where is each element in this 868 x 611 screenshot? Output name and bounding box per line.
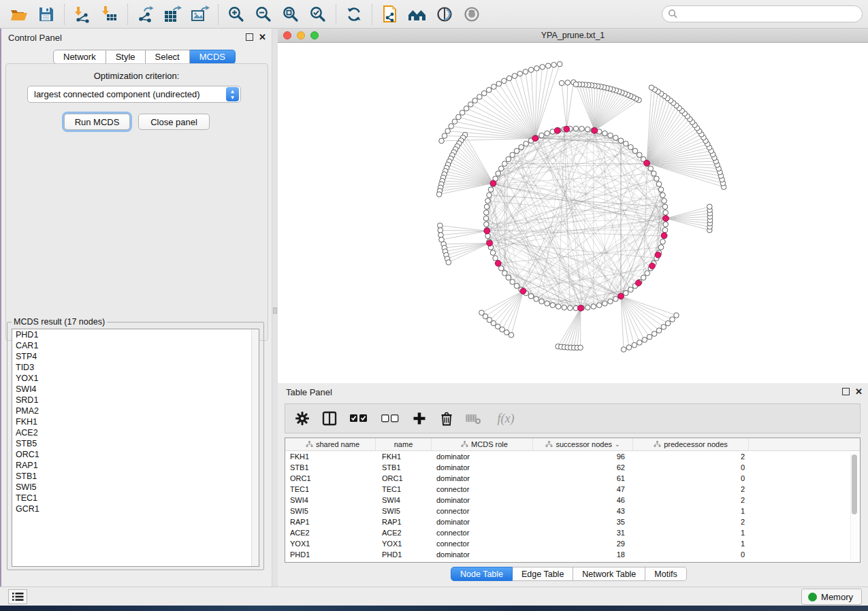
table-row[interactable]: FKH1FKH1dominator962	[285, 451, 860, 462]
mcds-result-item[interactable]: YOX1	[12, 373, 259, 384]
table-cell: dominator	[432, 516, 533, 527]
mcds-result-item[interactable]: SWI5	[12, 482, 259, 493]
zoom-selected-icon[interactable]	[304, 3, 332, 26]
add-column-icon[interactable]	[411, 408, 428, 429]
import-table-icon[interactable]	[96, 3, 123, 26]
function-builder-icon[interactable]: f(x)	[492, 408, 519, 429]
first-neighbors-icon[interactable]	[404, 3, 431, 26]
task-history-button[interactable]	[8, 589, 27, 604]
export-table-icon[interactable]	[159, 3, 187, 26]
attribute-icon	[306, 441, 313, 448]
table-scrollbar[interactable]	[850, 453, 858, 561]
table-row[interactable]: PHD1PHD1dominator180	[285, 549, 860, 560]
import-network-icon[interactable]	[69, 3, 96, 26]
tab-mcds[interactable]: MCDS	[190, 50, 236, 64]
vertical-splitter[interactable]	[272, 29, 278, 587]
column-header-mcds-role[interactable]: MCDS role	[432, 438, 533, 450]
toolbar-separator	[64, 4, 65, 24]
table-cell: 1	[633, 527, 749, 538]
splitter-grip[interactable]	[273, 308, 277, 314]
zoom-out-icon[interactable]	[250, 3, 277, 26]
search-box[interactable]	[662, 5, 863, 22]
network-from-file-icon[interactable]	[376, 3, 404, 26]
search-icon	[668, 9, 678, 19]
network-graph[interactable]	[278, 43, 868, 383]
column-header-name[interactable]: name	[376, 438, 432, 450]
open-file-icon[interactable]	[5, 3, 33, 26]
search-input[interactable]	[678, 7, 862, 21]
table-cell: 61	[533, 473, 633, 484]
table-row[interactable]: RAP1RAP1dominator352	[285, 516, 860, 527]
table-cell: 29	[533, 538, 633, 549]
table-row[interactable]: ACE2ACE2connector311	[285, 527, 860, 538]
table-row[interactable]: SWI5SWI5connector431	[285, 506, 860, 516]
table-cell: RAP1	[285, 516, 376, 527]
table-row[interactable]: TEC1TEC1connector472	[285, 484, 860, 495]
tab-node-table[interactable]: Node Table	[451, 567, 513, 581]
mcds-result-item[interactable]: ACE2	[12, 427, 259, 438]
mcds-result-item[interactable]: RAP1	[12, 460, 259, 471]
mcds-result-list[interactable]: PHD1CAR1STP4TID3YOX1SWI4SRD1PMA2FKH1ACE2…	[12, 329, 259, 567]
table-row[interactable]: SWI4SWI4dominator462	[285, 495, 860, 506]
close-table-panel-icon[interactable]: ✕	[855, 388, 863, 395]
toolbar-separator	[372, 4, 372, 24]
save-session-icon[interactable]	[33, 3, 60, 26]
mcds-list-scrollbar[interactable]	[251, 329, 259, 566]
mcds-result-item[interactable]: TEC1	[12, 493, 259, 503]
memory-button[interactable]: Memory	[801, 589, 862, 605]
tab-motifs[interactable]: Motifs	[645, 567, 686, 581]
delete-column-icon[interactable]	[438, 408, 455, 429]
export-image-icon[interactable]	[187, 3, 214, 26]
table-settings-icon[interactable]	[293, 408, 311, 429]
tab-edge-table[interactable]: Edge Table	[513, 567, 573, 581]
network-canvas[interactable]	[278, 43, 868, 383]
mcds-result-item[interactable]: PHD1	[12, 329, 259, 340]
float-table-panel-icon[interactable]	[842, 388, 850, 395]
select-all-icon[interactable]	[348, 408, 370, 429]
table-cell: 1	[633, 506, 749, 516]
mcds-result-item[interactable]: STB1	[12, 471, 259, 482]
zoom-in-icon[interactable]	[223, 3, 250, 26]
tab-network-table[interactable]: Network Table	[573, 567, 645, 581]
mcds-result-item[interactable]: STP4	[12, 351, 259, 362]
tab-network[interactable]: Network	[53, 50, 106, 64]
table-row[interactable]: YOX1YOX1connector291	[285, 538, 860, 549]
zoom-fit-icon[interactable]	[277, 3, 304, 26]
float-panel-icon[interactable]	[246, 33, 253, 41]
show-columns-icon[interactable]	[321, 408, 338, 429]
delete-table-icon[interactable]	[465, 408, 483, 429]
mcds-result-item[interactable]: SRD1	[12, 395, 259, 406]
column-header-successor-nodes[interactable]: successor nodes ⌄	[533, 438, 633, 450]
table-cell: ORC1	[285, 473, 376, 484]
hide-graphics-icon[interactable]	[431, 3, 458, 26]
mcds-result-item[interactable]: CAR1	[12, 340, 259, 351]
mcds-result-item[interactable]: FKH1	[12, 416, 259, 427]
mcds-result-item[interactable]: PMA2	[12, 406, 259, 416]
tab-select[interactable]: Select	[146, 50, 190, 64]
table-cell: 2	[633, 484, 749, 495]
close-panel-icon[interactable]: ✕	[259, 33, 266, 41]
table-scrollbar-thumb[interactable]	[852, 455, 857, 514]
network-window-titlebar[interactable]: YPA_prune.txt_1	[278, 29, 868, 43]
table-cell: dominator	[432, 473, 533, 484]
close-panel-button[interactable]: Close panel	[138, 114, 210, 130]
mcds-result-item[interactable]: STB5	[12, 438, 259, 449]
optimization-criterion-select[interactable]: largest connected component (undirected)…	[27, 86, 241, 103]
tab-style[interactable]: Style	[106, 50, 146, 64]
table-row[interactable]: STB1STB1dominator620	[285, 462, 860, 473]
show-graphics-icon[interactable]	[458, 3, 485, 26]
deselect-all-icon[interactable]	[379, 408, 401, 429]
mcds-result-item[interactable]: GCR1	[12, 503, 259, 514]
column-header-shared-name[interactable]: shared name	[285, 438, 376, 450]
run-mcds-button[interactable]: Run MCDS	[64, 114, 130, 130]
mcds-result-item[interactable]: TID3	[12, 362, 259, 373]
mcds-result-item[interactable]: SWI4	[12, 384, 259, 395]
refresh-icon[interactable]	[340, 3, 368, 26]
column-header-predecessor-nodes[interactable]: predecessor nodes	[633, 438, 749, 450]
table-row[interactable]: ORC1ORC1dominator610	[285, 473, 860, 484]
table-cell: connector	[432, 527, 533, 538]
mcds-result-item[interactable]: ORC1	[12, 449, 259, 460]
combo-stepper-icon: ▲▼	[226, 87, 239, 101]
export-network-icon[interactable]	[132, 3, 159, 26]
main-toolbar	[0, 0, 868, 29]
